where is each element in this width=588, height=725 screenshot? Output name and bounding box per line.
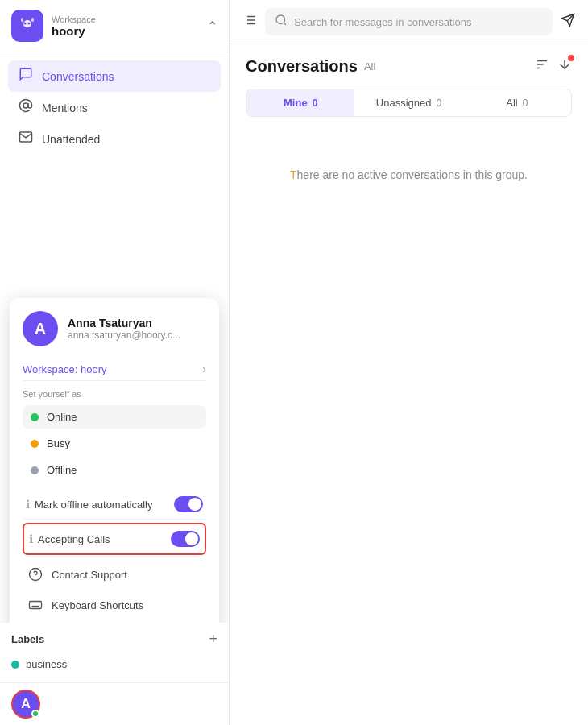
main-content: Search for messages in conversations Con… <box>230 0 588 725</box>
conversations-all-badge: All <box>364 60 375 72</box>
keyboard-shortcuts-icon <box>27 597 43 613</box>
search-bar[interactable]: Search for messages in conversations <box>265 8 553 35</box>
busy-dot <box>31 440 39 448</box>
conversations-icon <box>18 67 34 85</box>
conversations-area: Conversations All Mine <box>230 44 588 226</box>
labels-section: Labels + business <box>0 623 229 682</box>
workspace-chevron-icon[interactable]: ⌃ <box>207 19 217 34</box>
mark-offline-label: Mark offline automatically <box>35 499 152 511</box>
svg-rect-8 <box>30 602 42 609</box>
status-busy[interactable]: Busy <box>23 432 206 455</box>
search-icon <box>275 14 288 30</box>
avatar-row: A <box>0 682 229 725</box>
svg-point-27 <box>276 15 285 24</box>
workspace-link-chevron-icon: › <box>202 362 206 375</box>
tab-mine-count: 0 <box>313 97 318 109</box>
profile-name: Anna Tsaturyan <box>68 317 180 329</box>
nav-items: Conversations Mentions Unattended <box>0 52 229 161</box>
workspace-link-text: Workspace: hoory <box>23 363 107 375</box>
main-header: Search for messages in conversations <box>230 0 588 44</box>
sort-direction-icon[interactable] <box>557 57 572 76</box>
menu-item-contact-support[interactable]: Contact Support <box>23 560 206 589</box>
label-dot-business <box>11 661 19 669</box>
conversations-title-row: Conversations All <box>246 57 572 76</box>
sidebar-item-unattended[interactable]: Unattended <box>8 123 221 155</box>
profile-info: Anna Tsaturyan anna.tsaturyan@hoory.c... <box>68 317 180 341</box>
accepting-calls-toggle[interactable] <box>171 531 200 547</box>
empty-highlight-t: T <box>290 168 297 181</box>
svg-line-28 <box>284 23 286 25</box>
notification-dot <box>568 55 574 61</box>
svg-rect-3 <box>21 18 23 22</box>
search-placeholder: Search for messages in conversations <box>294 16 471 28</box>
workspace-info: Workspace hoory <box>52 14 199 38</box>
sidebar-bottom-area: Labels + business A <box>0 623 229 725</box>
svg-rect-4 <box>31 18 34 22</box>
compose-icon[interactable] <box>561 13 575 31</box>
status-label: Set yourself as <box>23 389 206 399</box>
svg-point-1 <box>24 23 27 25</box>
accepting-calls-row: ℹ Accepting Calls <box>23 523 206 555</box>
keyboard-shortcuts-label: Keyboard Shortcuts <box>52 599 143 611</box>
online-label: Online <box>47 411 77 423</box>
status-options: Online Busy Offline <box>23 405 206 482</box>
status-offline[interactable]: Offline <box>23 458 206 482</box>
filter-icon[interactable] <box>242 13 257 31</box>
label-text-business: business <box>26 658 67 670</box>
tab-all-count: 0 <box>523 97 528 109</box>
workspace-label: Workspace <box>52 14 199 24</box>
mark-offline-info-icon: ℹ <box>26 498 30 511</box>
sidebar: Workspace hoory ⌃ Conversations Mentions <box>0 0 230 725</box>
bottom-avatar[interactable]: A <box>11 690 40 719</box>
menu-item-keyboard-shortcuts[interactable]: Keyboard Shortcuts <box>23 590 206 619</box>
title-actions <box>535 57 572 76</box>
mentions-icon <box>18 98 34 117</box>
label-item-business[interactable]: business <box>11 654 217 674</box>
app-logo <box>11 10 43 42</box>
sidebar-item-conversations[interactable]: Conversations <box>8 60 221 92</box>
tab-all-label: All <box>506 97 517 109</box>
tab-mine-label: Mine <box>284 97 308 109</box>
svg-point-5 <box>23 103 28 108</box>
tab-unassigned-count: 0 <box>436 97 441 109</box>
unattended-icon <box>18 130 34 148</box>
workspace-name: hoory <box>52 24 199 38</box>
busy-label: Busy <box>47 437 70 450</box>
tab-unassigned[interactable]: Unassigned 0 <box>354 89 462 116</box>
tab-all[interactable]: All 0 <box>463 89 571 116</box>
accepting-calls-info-icon: ℹ <box>29 532 33 545</box>
profile-section: A Anna Tsaturyan anna.tsaturyan@hoory.c.… <box>23 311 206 346</box>
empty-state: There are no active conversations in thi… <box>246 136 572 213</box>
accepting-calls-left: ℹ Accepting Calls <box>29 532 110 545</box>
offline-label: Offline <box>47 464 77 476</box>
offline-dot <box>31 466 39 474</box>
labels-add-button[interactable]: + <box>209 631 217 648</box>
sidebar-item-mentions[interactable]: Mentions <box>8 92 221 123</box>
online-dot <box>31 413 39 421</box>
sort-icon[interactable] <box>535 57 549 76</box>
labels-title: Labels <box>11 633 44 645</box>
contact-support-label: Contact Support <box>52 569 127 581</box>
unattended-label: Unattended <box>42 133 100 146</box>
conversations-label: Conversations <box>42 70 114 83</box>
tab-unassigned-label: Unassigned <box>376 97 432 109</box>
empty-message-rest: here are no active conversations in this… <box>297 168 528 181</box>
contact-support-icon <box>27 566 43 582</box>
mark-offline-toggle[interactable] <box>174 496 203 512</box>
conversations-title: Conversations All <box>246 57 375 76</box>
profile-email: anna.tsaturyan@hoory.c... <box>68 329 180 341</box>
tab-mine[interactable]: Mine 0 <box>246 89 354 116</box>
profile-avatar: A <box>23 311 58 346</box>
mentions-label: Mentions <box>42 102 88 114</box>
mark-offline-left: ℹ Mark offline automatically <box>26 498 152 511</box>
labels-header: Labels + <box>11 631 217 648</box>
svg-point-2 <box>28 23 31 25</box>
workspace-link-row[interactable]: Workspace: hoory › <box>23 358 206 381</box>
avatar-status-dot <box>31 710 39 718</box>
accepting-calls-label: Accepting Calls <box>38 533 110 545</box>
workspace-header[interactable]: Workspace hoory ⌃ <box>0 0 229 52</box>
mark-offline-row: ℹ Mark offline automatically <box>23 490 206 520</box>
status-online[interactable]: Online <box>23 405 206 429</box>
tabs-row: Mine 0 Unassigned 0 All 0 <box>246 89 572 117</box>
